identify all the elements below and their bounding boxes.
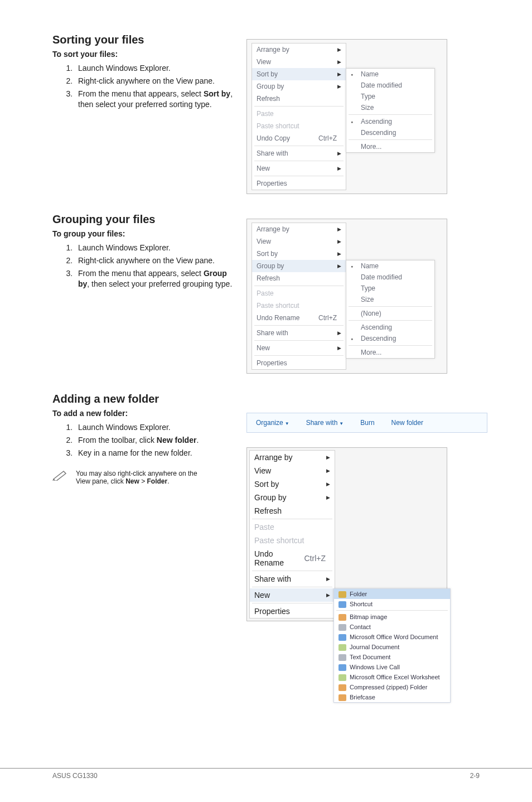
menu-arrangeby[interactable]: Arrange by xyxy=(257,46,337,54)
menu-view[interactable]: View xyxy=(257,238,337,245)
sortby-asc[interactable]: Ascending xyxy=(361,118,430,125)
pen-icon xyxy=(52,470,68,481)
sortby-date[interactable]: Date modified xyxy=(361,81,430,89)
menu-new[interactable]: New xyxy=(254,591,326,600)
subtitle-group: To group your files: xyxy=(52,229,236,238)
explorer-toolbar: Organize▼ Share with▼ Burn New folder xyxy=(246,413,487,433)
menu-sortby[interactable]: Sort by xyxy=(257,250,337,258)
menu-refresh[interactable]: Refresh xyxy=(257,274,341,282)
heading-grouping: Grouping your files xyxy=(52,213,236,226)
groupby-type[interactable]: Type xyxy=(361,284,430,292)
new-text[interactable]: Text Document xyxy=(350,654,446,660)
new-briefcase[interactable]: Briefcase xyxy=(350,694,446,700)
groupby-size[interactable]: Size xyxy=(361,296,430,303)
groupby-date[interactable]: Date modified xyxy=(361,273,430,281)
menu-arrangeby[interactable]: Arrange by xyxy=(257,225,337,233)
menu-sharewith[interactable]: Share with xyxy=(257,149,337,157)
menu-undo[interactable]: Undo Rename xyxy=(257,314,318,322)
new-excel[interactable]: Microsoft Office Excel Worksheet xyxy=(350,674,446,680)
sortby-desc[interactable]: Descending xyxy=(361,129,430,137)
menu-undo[interactable]: Undo Rename xyxy=(254,549,304,567)
new-journal[interactable]: Journal Document xyxy=(350,644,446,650)
menu-view[interactable]: View xyxy=(254,466,326,475)
menu-paste: Paste xyxy=(254,523,330,532)
contact-icon xyxy=(338,624,346,631)
heading-newfolder: Adding a new folder xyxy=(52,393,236,405)
groupby-desc[interactable]: Descending xyxy=(361,335,430,342)
kbd-shortcut: Ctrl+Z xyxy=(318,314,341,322)
menu-groupby[interactable]: Group by xyxy=(254,493,326,502)
step: Launch Windows Explorer. xyxy=(75,243,236,253)
subtitle-newfolder: To add a new folder: xyxy=(52,409,236,418)
steps-group: Launch Windows Explorer. Right-click any… xyxy=(52,243,236,289)
note-block: You may also right-click anywhere on the… xyxy=(52,470,236,485)
menu-groupby[interactable]: Group by xyxy=(257,262,337,270)
step: Right-click anywhere on the View pane. xyxy=(75,76,236,86)
groupby-more[interactable]: More... xyxy=(361,349,430,356)
menu-arrangeby[interactable]: Arrange by xyxy=(254,453,326,462)
toolbar-newfolder[interactable]: New folder xyxy=(391,419,423,427)
new-word[interactable]: Microsoft Office Word Document xyxy=(350,634,446,640)
menu-sortby[interactable]: Sort by xyxy=(254,480,326,489)
menu-undo[interactable]: Undo Copy xyxy=(257,134,318,142)
groupby-name[interactable]: Name xyxy=(361,262,430,270)
heading-sorting: Sorting your files xyxy=(52,33,236,46)
toolbar-burn[interactable]: Burn xyxy=(360,419,374,427)
menu-paste: Paste xyxy=(257,110,341,118)
menu-properties[interactable]: Properties xyxy=(254,607,330,616)
step: Launch Windows Explorer. xyxy=(75,422,236,433)
menu-properties[interactable]: Properties xyxy=(257,359,341,367)
footer-right: 2-9 xyxy=(470,772,480,780)
new-bitmap[interactable]: Bitmap image xyxy=(350,613,446,620)
menu-pasteshortcut: Paste shortcut xyxy=(254,536,330,545)
bitmap-icon xyxy=(338,614,346,621)
menu-paste: Paste xyxy=(257,289,341,297)
menu-sharewith[interactable]: Share with xyxy=(257,329,337,337)
kbd-shortcut: Ctrl+Z xyxy=(304,554,331,563)
sortby-name[interactable]: Name xyxy=(361,70,430,78)
menu-properties[interactable]: Properties xyxy=(257,180,341,187)
menu-refresh[interactable]: Refresh xyxy=(257,95,341,103)
step: Key in a name for the new folder. xyxy=(75,448,236,458)
menu-refresh[interactable]: Refresh xyxy=(254,506,330,515)
step: From the toolbar, click New folder. xyxy=(75,435,236,446)
folder-icon xyxy=(338,591,346,598)
menu-groupby[interactable]: Group by xyxy=(257,83,337,90)
groupby-none[interactable]: (None) xyxy=(361,310,430,317)
step: From the menu that appears, select Sort … xyxy=(75,89,236,110)
excel-icon xyxy=(338,674,346,681)
new-zip[interactable]: Compressed (zipped) Folder xyxy=(350,684,446,690)
page-footer: ASUS CG1330 2-9 xyxy=(0,768,532,780)
sortby-size[interactable]: Size xyxy=(361,104,430,112)
footer-left: ASUS CG1330 xyxy=(52,772,98,780)
groupby-asc[interactable]: Ascending xyxy=(361,323,430,331)
toolbar-organize[interactable]: Organize▼ xyxy=(256,419,289,427)
text-icon xyxy=(338,654,346,661)
new-shortcut[interactable]: Shortcut xyxy=(350,601,446,607)
new-livecall[interactable]: Windows Live Call xyxy=(350,664,446,670)
shortcut-icon xyxy=(338,601,346,608)
kbd-shortcut: Ctrl+Z xyxy=(318,134,341,142)
menu-pasteshortcut: Paste shortcut xyxy=(257,302,341,310)
menu-new[interactable]: New xyxy=(257,165,337,172)
sortby-more[interactable]: More... xyxy=(361,143,430,151)
new-contact[interactable]: Contact xyxy=(350,624,446,630)
new-folder[interactable]: Folder xyxy=(350,591,446,597)
steps-sort: Launch Windows Explorer. Right-click any… xyxy=(52,63,236,110)
screenshot-new-menu: Arrange by▶ View▶ Sort by▶ Group by▶ Ref… xyxy=(246,447,447,621)
step: Launch Windows Explorer. xyxy=(75,63,236,74)
menu-sortby[interactable]: Sort by xyxy=(257,70,337,78)
toolbar-sharewith[interactable]: Share with▼ xyxy=(306,419,344,427)
screenshot-groupby-menu: Arrange by▶ View▶ Sort by▶ Group by ▶ Na… xyxy=(246,219,447,374)
word-icon xyxy=(338,634,346,641)
subtitle-sort: To sort your files: xyxy=(52,50,236,59)
sortby-type[interactable]: Type xyxy=(361,93,430,100)
menu-view[interactable]: View xyxy=(257,58,337,66)
briefcase-icon xyxy=(338,694,346,701)
journal-icon xyxy=(338,644,346,651)
live-call-icon xyxy=(338,664,346,671)
step: From the menu that appears, select Group… xyxy=(75,268,236,289)
menu-sharewith[interactable]: Share with xyxy=(254,574,326,583)
menu-new[interactable]: New xyxy=(257,344,337,352)
menu-pasteshortcut: Paste shortcut xyxy=(257,122,341,130)
